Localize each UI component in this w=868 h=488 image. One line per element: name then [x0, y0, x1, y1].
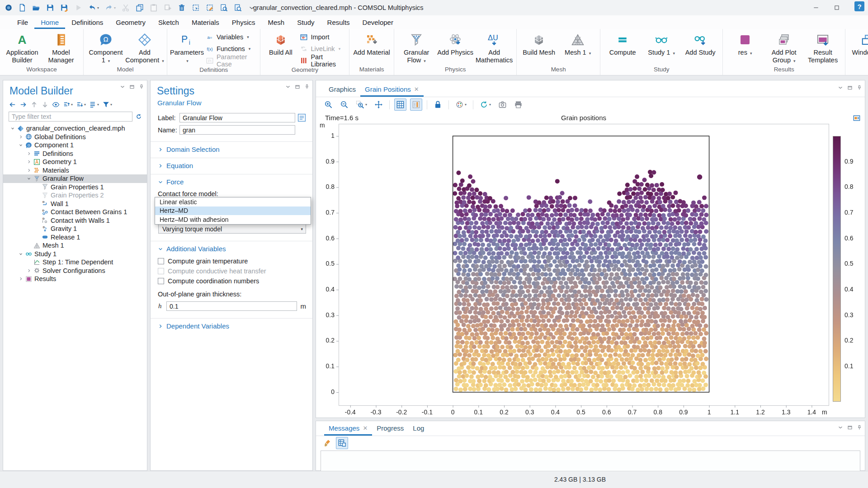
tree-item-release-1[interactable]: Release 1	[3, 233, 147, 242]
back-icon[interactable]	[9, 101, 16, 108]
show-icon[interactable]	[52, 101, 60, 108]
ribbon-windows-button[interactable]: Windows ▾	[848, 31, 868, 66]
tree-item-grain-properties-1[interactable]: Grain Properties 1	[3, 183, 147, 192]
tree-item-contact-with-walls-1[interactable]: DContact with Walls 1	[3, 216, 147, 225]
ribbon-add-material-button[interactable]: Add Material	[352, 31, 391, 66]
checkbox-compute-coordination-numbers[interactable]: Compute coordination numbers	[151, 276, 312, 286]
pin-icon[interactable]	[304, 84, 310, 89]
ribbon-add-component-button[interactable]: Add Component ▾	[125, 31, 164, 66]
collapse-arrow-icon[interactable]	[18, 143, 24, 147]
zoom-box-icon[interactable]: ▾	[354, 99, 369, 111]
float-panel-icon[interactable]	[847, 425, 853, 430]
clear-messages-icon[interactable]	[321, 437, 334, 449]
update-icon[interactable]: ▾	[478, 99, 493, 111]
tree-item-study-1[interactable]: Study 1	[3, 250, 147, 258]
delete-icon[interactable]	[178, 4, 186, 12]
name-field[interactable]	[179, 125, 295, 135]
menu-tab-developer[interactable]: Developer	[356, 16, 400, 29]
tree-item-geometry-1[interactable]: Geometry 1	[3, 158, 147, 166]
legend-toggle-icon[interactable]	[410, 99, 422, 111]
move-down-icon[interactable]	[41, 101, 49, 108]
copy-icon[interactable]	[136, 4, 144, 12]
ribbon-model-manager-button[interactable]: Model Manager	[42, 31, 80, 66]
forward-icon[interactable]	[19, 101, 27, 108]
preview-icon[interactable]	[234, 4, 242, 12]
menu-tab-physics[interactable]: Physics	[226, 16, 262, 29]
pin-icon[interactable]	[857, 425, 862, 430]
ribbon-add-plot-group-button[interactable]: Add Plot Group ▾	[764, 31, 803, 66]
refresh-icon[interactable]	[135, 113, 142, 120]
collapse-arrow-icon[interactable]	[26, 176, 32, 181]
panel-menu-icon[interactable]	[838, 425, 843, 430]
snapshot-icon[interactable]	[496, 99, 509, 111]
save-as-icon[interactable]	[60, 4, 68, 12]
scene-settings-icon[interactable]: ▾	[453, 99, 468, 111]
filter-input[interactable]	[9, 112, 132, 122]
ribbon-part-libraries-button[interactable]: Part Libraries	[300, 55, 344, 66]
duplicate-icon[interactable]	[164, 4, 172, 12]
float-panel-icon[interactable]	[129, 84, 135, 89]
collapse-arrow-icon[interactable]	[18, 252, 24, 256]
tree-item-granular-flow[interactable]: Granular Flow	[3, 174, 147, 183]
section-dependent-variables[interactable]: Dependent Variables	[151, 322, 312, 330]
redo-icon[interactable]: ▾	[105, 4, 116, 12]
ribbon-functions-button[interactable]: f(x)Functions▾	[206, 43, 255, 54]
menu-tab-sketch[interactable]: Sketch	[152, 16, 185, 29]
ribbon-parameters-button[interactable]: PiParameters ▾	[170, 31, 204, 66]
filter-icon[interactable]: ▾	[102, 101, 112, 108]
close-tab-icon[interactable]: ✕	[363, 425, 368, 432]
dropdown-option-linear-elastic[interactable]: Linear elastic	[155, 197, 311, 206]
tree-item-mesh-1[interactable]: Mesh 1	[3, 241, 147, 250]
menu-tab-results[interactable]: Results	[321, 16, 356, 29]
zoom-in-icon[interactable]	[322, 99, 335, 111]
tree-item-component-1[interactable]: ΩComponent 1	[3, 141, 147, 150]
expand-arrow-icon[interactable]	[26, 168, 32, 173]
label-field[interactable]	[179, 113, 295, 122]
ribbon-import-button[interactable]: Import	[300, 32, 344, 42]
tree-item-step-1-time-dependent[interactable]: Step 1: Time Dependent	[3, 258, 147, 267]
ribbon-build-all-button[interactable]: Build All	[263, 31, 298, 66]
print-icon[interactable]	[512, 99, 524, 111]
thickness-field[interactable]	[166, 301, 297, 311]
tree-item-materials[interactable]: Materials	[3, 166, 147, 175]
maximize-button[interactable]	[826, 0, 847, 15]
panel-menu-icon[interactable]	[285, 84, 291, 89]
move-up-icon[interactable]	[30, 101, 38, 108]
model-tree-nodes-icon[interactable]: ▾	[89, 101, 99, 108]
rename-icon[interactable]	[297, 113, 306, 122]
messages-tab-progress[interactable]: Progress	[372, 422, 408, 436]
menu-tab-home[interactable]: Home	[34, 16, 65, 29]
grain-positions-plot[interactable]	[316, 112, 865, 418]
ribbon-add-study-button[interactable]: Add Study	[681, 31, 720, 66]
tree-item-solver-configurations[interactable]: Solver Configurations	[3, 267, 147, 275]
pin-icon[interactable]	[139, 84, 144, 89]
section-domain-selection[interactable]: Domain Selection	[151, 145, 312, 153]
ribbon-add-physics-button[interactable]: Add Physics	[436, 31, 475, 66]
section-additional-variables[interactable]: Additional Variables	[151, 245, 312, 253]
ribbon-add-mathematics-button[interactable]: ΔUAdd Mathematics	[475, 31, 514, 66]
lock-icon[interactable]	[432, 99, 444, 111]
clear-selection-icon[interactable]	[206, 4, 214, 12]
panel-menu-icon[interactable]	[838, 85, 843, 90]
close-tab-icon[interactable]: ✕	[414, 86, 419, 93]
plot-properties-icon[interactable]	[853, 115, 860, 122]
messages-tab-messages[interactable]: Messages✕	[324, 422, 372, 436]
tree-item-contact-between-grains-1[interactable]: DContact Between Grains 1	[3, 208, 147, 216]
help-button[interactable]: ?	[854, 1, 864, 11]
float-panel-icon[interactable]	[847, 85, 853, 90]
grid-toggle-icon[interactable]	[394, 99, 406, 111]
paste-icon[interactable]	[150, 4, 158, 12]
save-icon[interactable]	[46, 4, 54, 12]
play-icon[interactable]	[74, 4, 82, 12]
expand-arrow-icon[interactable]	[26, 151, 32, 156]
ribbon-res-button[interactable]: res ▾	[726, 31, 764, 66]
menu-tab-file[interactable]: File	[11, 16, 34, 29]
float-panel-icon[interactable]	[295, 84, 300, 89]
ribbon-application-builder-button[interactable]: AApplication Builder	[3, 31, 42, 66]
plot-area[interactable]	[316, 112, 865, 418]
ribbon-component-1-button[interactable]: ΩComponent 1 ▾	[86, 31, 125, 66]
tree-item-grain-properties-2[interactable]: Grain Properties 2	[3, 191, 147, 200]
checkbox-compute-grain-temperature[interactable]: Compute grain temperature	[151, 256, 312, 266]
ribbon-granular-flow-button[interactable]: Granular Flow ▾	[397, 31, 436, 66]
menu-tab-geometry[interactable]: Geometry	[109, 16, 152, 29]
